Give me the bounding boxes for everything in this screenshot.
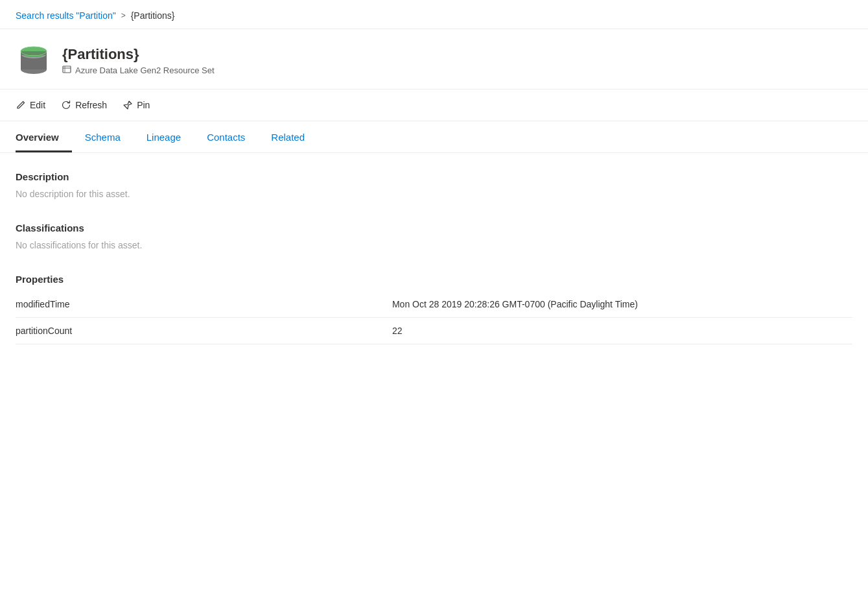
tab-contacts[interactable]: Contacts: [194, 124, 258, 152]
properties-table: modifiedTimeMon Oct 28 2019 20:28:26 GMT…: [16, 291, 852, 344]
pin-icon: [123, 100, 133, 110]
breadcrumb: Search results "Partition" > {Partitions…: [0, 0, 868, 29]
content: Description No description for this asse…: [0, 153, 868, 386]
toolbar: Edit Refresh Pin: [0, 90, 868, 121]
tab-overview[interactable]: Overview: [16, 124, 72, 152]
asset-icon: [16, 42, 52, 78]
description-section: Description No description for this asse…: [16, 171, 852, 199]
tab-related[interactable]: Related: [258, 124, 318, 152]
breadcrumb-current: {Partitions}: [131, 10, 175, 21]
description-empty: No description for this asset.: [16, 189, 852, 199]
classifications-section: Classifications No classifications for t…: [16, 222, 852, 250]
edit-icon: [16, 100, 26, 110]
svg-rect-7: [63, 66, 71, 73]
table-row: partitionCount22: [16, 318, 852, 344]
table-row: modifiedTimeMon Oct 28 2019 20:28:26 GMT…: [16, 291, 852, 318]
asset-title: {Partitions}: [62, 46, 215, 63]
refresh-button[interactable]: Refresh: [61, 97, 107, 113]
property-key: partitionCount: [16, 318, 392, 344]
properties-title: Properties: [16, 274, 852, 285]
breadcrumb-separator: >: [121, 11, 126, 20]
properties-section: Properties modifiedTimeMon Oct 28 2019 2…: [16, 274, 852, 344]
property-value: 22: [392, 318, 852, 344]
edit-button[interactable]: Edit: [16, 97, 45, 113]
tabs: Overview Schema Lineage Contacts Related: [0, 124, 868, 153]
edit-label: Edit: [30, 100, 45, 110]
property-key: modifiedTime: [16, 291, 392, 318]
pin-label: Pin: [137, 100, 150, 110]
classifications-title: Classifications: [16, 222, 852, 233]
refresh-icon: [61, 100, 71, 110]
pin-button[interactable]: Pin: [123, 97, 150, 113]
resource-set-icon: [62, 66, 71, 75]
asset-type: Azure Data Lake Gen2 Resource Set: [62, 66, 215, 75]
property-value: Mon Oct 28 2019 20:28:26 GMT-0700 (Pacif…: [392, 291, 852, 318]
description-title: Description: [16, 171, 852, 182]
asset-type-label: Azure Data Lake Gen2 Resource Set: [75, 66, 215, 75]
classifications-empty: No classifications for this asset.: [16, 240, 852, 250]
asset-info: {Partitions} Azure Data Lake Gen2 Resour…: [62, 46, 215, 75]
breadcrumb-search-link[interactable]: Search results "Partition": [16, 10, 116, 21]
refresh-label: Refresh: [75, 100, 107, 110]
tab-schema[interactable]: Schema: [72, 124, 134, 152]
tab-lineage[interactable]: Lineage: [134, 124, 194, 152]
asset-header: {Partitions} Azure Data Lake Gen2 Resour…: [0, 29, 868, 90]
